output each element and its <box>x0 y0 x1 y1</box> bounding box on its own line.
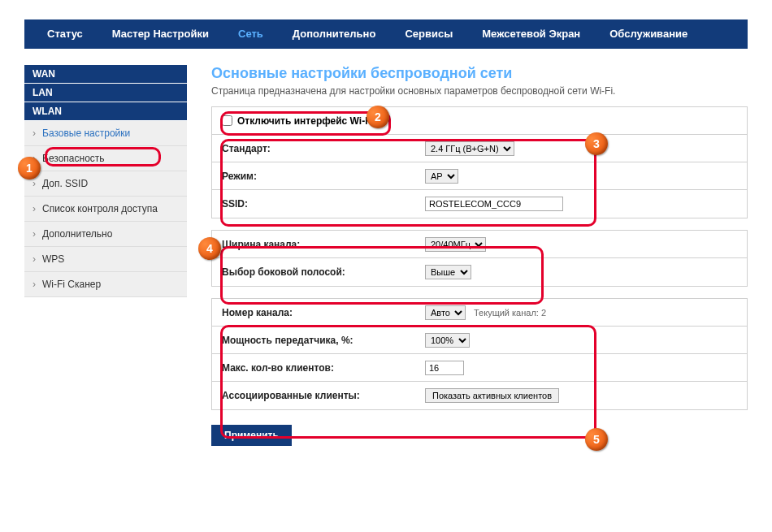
sidebar-head-wlan[interactable]: WLAN <box>24 102 187 121</box>
nav-wizard[interactable]: Мастер Настройки <box>98 19 223 49</box>
maxclients-input[interactable] <box>425 361 464 375</box>
sidebar-item-wps[interactable]: WPS <box>24 247 187 272</box>
txpower-label: Мощность передатчика, %: <box>212 328 417 353</box>
disable-wifi-label[interactable]: Отключить интерфейс Wi-Fi <box>222 115 374 127</box>
maxclients-label: Макс. кол-во клиентов: <box>212 356 417 380</box>
chnum-label: Номер канала: <box>212 301 417 325</box>
chw-select[interactable]: 20/40МГц <box>425 237 486 252</box>
assoc-button[interactable]: Показать активных клиентов <box>425 388 559 403</box>
nav-firewall[interactable]: Межсетевой Экран <box>467 19 595 49</box>
standard-select[interactable]: 2.4 ГГц (B+G+N) <box>425 141 514 156</box>
sideband-label: Выбор боковой полосой: <box>212 260 417 284</box>
sidebar-head-lan[interactable]: LAN <box>24 84 187 102</box>
nav-status[interactable]: Статус <box>33 19 98 49</box>
panel-channel: Ширина канала: 20/40МГц Выбор боковой по… <box>211 230 748 287</box>
ssid-input[interactable] <box>425 197 563 211</box>
nav-network[interactable]: Сеть <box>223 19 278 49</box>
sidebar-item-mssid[interactable]: Доп. SSID <box>24 171 187 197</box>
assoc-label: Ассоциированные клиенты: <box>212 383 417 408</box>
nav-advanced[interactable]: Дополнительно <box>278 19 391 49</box>
sidebar-item-security[interactable]: Безопасность <box>24 146 187 171</box>
chw-label: Ширина канала: <box>212 232 417 257</box>
panel-basic: Отключить интерфейс Wi-Fi Стандарт: 2.4 … <box>211 106 748 218</box>
disable-wifi-text: Отключить интерфейс Wi-Fi <box>237 115 374 127</box>
panel-radio: Номер канала: Авто Текущий канал: 2 Мощн… <box>211 298 748 410</box>
sidebar: WAN LAN WLAN Базовые настройки Безопасно… <box>24 65 187 446</box>
chnum-current: Текущий канал: 2 <box>474 308 546 318</box>
mode-select[interactable]: AP <box>425 169 458 184</box>
page-title: Основные настройки беспроводной сети <box>211 65 748 82</box>
standard-label: Стандарт: <box>212 136 417 161</box>
ssid-label: SSID: <box>212 192 417 216</box>
sidebar-item-scan[interactable]: Wi-Fi Сканер <box>24 272 187 297</box>
page-desc: Страница предназначена для настройки осн… <box>211 85 748 97</box>
chnum-select[interactable]: Авто <box>425 305 466 320</box>
apply-button[interactable]: Применить <box>211 425 292 446</box>
main-content: Основные настройки беспроводной сети Стр… <box>211 65 748 446</box>
nav-maintenance[interactable]: Обслуживание <box>595 19 702 49</box>
sidebar-item-adv[interactable]: Дополнительно <box>24 222 187 247</box>
sidebar-head-wan[interactable]: WAN <box>24 65 187 84</box>
txpower-select[interactable]: 100% <box>425 333 470 348</box>
mode-label: Режим: <box>212 164 417 188</box>
disable-wifi-checkbox[interactable] <box>222 115 232 126</box>
nav-services[interactable]: Сервисы <box>390 19 467 49</box>
sideband-select[interactable]: Выше <box>425 265 471 279</box>
top-nav: Статус Мастер Настройки Сеть Дополнитель… <box>24 19 748 49</box>
sidebar-item-basic[interactable]: Базовые настройки <box>24 121 187 146</box>
sidebar-item-acl[interactable]: Список контроля доступа <box>24 197 187 222</box>
